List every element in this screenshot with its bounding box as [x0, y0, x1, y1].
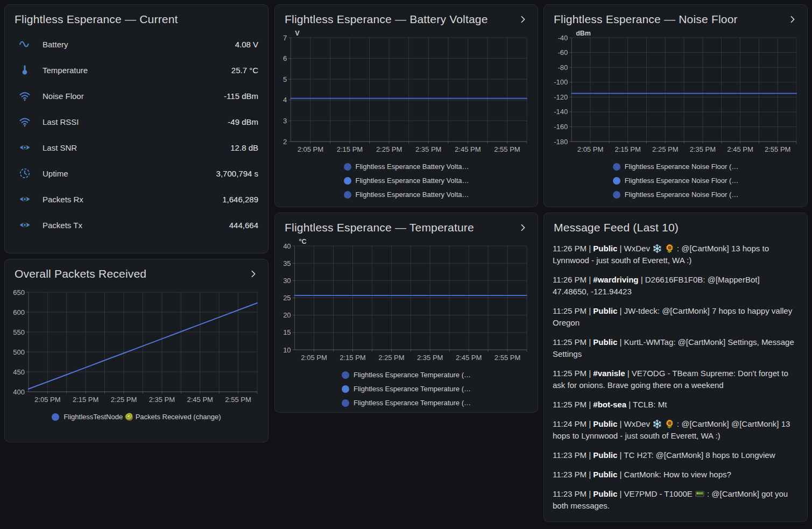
legend-item[interactable]: FlightlessTestNode 🥝 Packets Received (c… — [52, 413, 221, 421]
stat-value: -49 dBm — [228, 117, 258, 126]
page-title-current: Flightless Esperance — Current — [15, 13, 178, 26]
stat-row-packets-tx: Packets Tx444,664 — [6, 212, 267, 238]
legend-item[interactable]: Flightless Esperance Temperature (… — [342, 371, 471, 379]
panel-header: Flightless Esperance — Current — [5, 5, 268, 28]
message-channel: Public — [593, 244, 617, 253]
svg-text:2:35 PM: 2:35 PM — [417, 354, 443, 362]
current-stats-list: Battery4.08 VTemperature25.7 °CNoise Flo… — [5, 28, 268, 238]
legend-series-dot-icon — [613, 177, 620, 185]
message-body: TCLB: Mt — [633, 400, 667, 409]
message-time: 11:26 PM — [553, 275, 587, 284]
stat-label: Packets Tx — [43, 221, 229, 230]
svg-text:2:05 PM: 2:05 PM — [301, 354, 327, 362]
legend-item[interactable]: Flightless Esperance Temperature (… — [342, 399, 471, 407]
panel-temperature: Flightless Esperance — Temperature 10152… — [274, 213, 538, 413]
svg-text:2:45 PM: 2:45 PM — [456, 354, 482, 362]
svg-text:-180: -180 — [554, 138, 568, 146]
message-item: 11:24 PM | Public | WxDev ❄️ 🌻 : @[CartM… — [553, 418, 796, 442]
panel-expand-chevron-icon[interactable] — [518, 15, 528, 24]
stat-row-packets-rx: Packets Rx1,646,289 — [6, 186, 267, 212]
message-item: 11:23 PM | Public | TC H2T: @[CartMonk] … — [553, 449, 796, 461]
panel-expand-chevron-icon[interactable] — [249, 269, 258, 279]
svg-text:2:25 PM: 2:25 PM — [378, 354, 404, 362]
message-channel: Public — [593, 470, 617, 479]
panel-noise-floor: Flightless Esperance — Noise Floor -180-… — [543, 4, 808, 207]
svg-text:5: 5 — [283, 75, 287, 83]
legend-series-dot-icon — [613, 191, 620, 199]
svg-text:10: 10 — [283, 346, 291, 354]
battery-voltage-chart[interactable]: 2345672:05 PM2:15 PM2:25 PM2:35 PM2:45 P… — [280, 30, 532, 158]
svg-text:15: 15 — [283, 328, 291, 336]
svg-text:°C: °C — [299, 238, 307, 245]
legend-series-dot-icon — [342, 399, 349, 407]
legend-item[interactable]: Flightless Esperance Battery Volta… — [344, 177, 469, 185]
message-time: 11:23 PM — [553, 470, 587, 479]
legend-label: Flightless Esperance Battery Volta… — [356, 163, 469, 171]
legend-label: Flightless Esperance Noise Floor (… — [625, 191, 739, 199]
message-time: 11:25 PM — [553, 369, 587, 378]
svg-text:500: 500 — [13, 348, 25, 356]
stat-value: 25.7 °C — [231, 66, 258, 75]
legend-item[interactable]: Flightless Esperance Noise Floor (… — [613, 177, 739, 185]
stat-label: Packets Rx — [43, 195, 222, 204]
panel-title-overall-packets: Overall Packets Received — [15, 267, 146, 280]
panel-header: Flightless Esperance — Battery Voltage — [275, 5, 538, 28]
stat-label: Battery — [43, 40, 235, 49]
legend-item[interactable]: Flightless Esperance Battery Volta… — [344, 163, 469, 171]
message-channel: Public — [593, 306, 617, 315]
wifi-icon — [19, 90, 31, 102]
legend-item[interactable]: Flightless Esperance Noise Floor (… — [613, 191, 739, 199]
panel-battery-voltage: Flightless Esperance — Battery Voltage 2… — [274, 4, 538, 207]
chart-legend: FlightlessTestNode 🥝 Packets Received (c… — [5, 413, 268, 421]
stat-row-last-snr: Last SNR12.8 dB — [6, 135, 267, 160]
message-time: 11:25 PM — [553, 337, 587, 347]
message-body: TC H2T: @[CartMonk] 8 hops to Longview — [624, 450, 775, 460]
message-item: 11:25 PM | #bot-sea | TCLB: Mt — [553, 399, 796, 411]
svg-text:2:35 PM: 2:35 PM — [415, 145, 441, 153]
history-icon — [19, 167, 31, 179]
svg-text:2:45 PM: 2:45 PM — [455, 145, 481, 153]
stat-label: Last RSSI — [43, 117, 228, 126]
svg-text:2:55 PM: 2:55 PM — [495, 354, 520, 362]
svg-text:4: 4 — [283, 96, 287, 104]
legend-series-dot-icon — [344, 177, 351, 185]
stat-value: 444,664 — [229, 221, 258, 230]
svg-text:2:15 PM: 2:15 PM — [73, 396, 98, 404]
svg-text:7: 7 — [283, 34, 287, 42]
svg-text:20: 20 — [283, 311, 291, 319]
panel-expand-chevron-icon[interactable] — [518, 223, 528, 232]
stat-value: -115 dBm — [224, 91, 258, 101]
svg-text:2:15 PM: 2:15 PM — [337, 145, 363, 153]
stat-row-battery: Battery4.08 V — [6, 31, 267, 57]
message-body: CartMonk: How to view hops? — [624, 470, 731, 479]
panel-header: Message Feed (Last 10) — [544, 213, 807, 236]
legend-series-dot-icon — [342, 371, 349, 379]
stat-label: Noise Floor — [43, 91, 224, 101]
svg-text:35: 35 — [283, 259, 291, 267]
svg-text:2:35 PM: 2:35 PM — [149, 396, 175, 404]
panel-expand-chevron-icon[interactable] — [788, 15, 797, 24]
legend-label: Flightless Esperance Noise Floor (… — [625, 177, 739, 185]
stat-label: Last SNR — [43, 143, 230, 152]
noise-floor-chart[interactable]: -180-160-140-120-100-80-60-402:05 PM2:15… — [549, 30, 802, 158]
svg-text:2:05 PM: 2:05 PM — [298, 145, 323, 153]
overall-packets-chart[interactable]: 4004505005506006502:05 PM2:15 PM2:25 PM2… — [10, 285, 263, 408]
message-body: JW-tdeck: @[CartMonk] 7 hops to happy va… — [553, 306, 792, 327]
svg-text:2:15 PM: 2:15 PM — [615, 145, 640, 153]
svg-text:450: 450 — [13, 368, 25, 376]
message-item: 11:23 PM | Public | VE7PMD - T1000E 📟 : … — [553, 488, 796, 512]
stat-row-uptime: Uptime3,700,794 s — [6, 160, 267, 186]
legend-item[interactable]: Flightless Esperance Battery Volta… — [344, 191, 469, 199]
legend-label: Flightless Esperance Temperature (… — [354, 399, 471, 407]
panel-title-message-feed: Message Feed (Last 10) — [554, 221, 679, 234]
legend-item[interactable]: Flightless Esperance Temperature (… — [342, 385, 471, 393]
legend-item[interactable]: Flightless Esperance Noise Floor (… — [613, 163, 739, 171]
temperature-chart[interactable]: 101520253035402:05 PM2:15 PM2:25 PM2:35 … — [280, 238, 532, 366]
message-channel: #wardriving — [593, 275, 638, 284]
message-item: 11:23 PM | Public | CartMonk: How to vie… — [553, 469, 796, 481]
eye-icon — [19, 142, 31, 153]
message-channel: Public — [593, 489, 617, 498]
message-time: 11:25 PM — [553, 306, 587, 315]
legend-label: Flightless Esperance Battery Volta… — [356, 177, 469, 185]
stat-value: 3,700,794 s — [216, 169, 258, 178]
